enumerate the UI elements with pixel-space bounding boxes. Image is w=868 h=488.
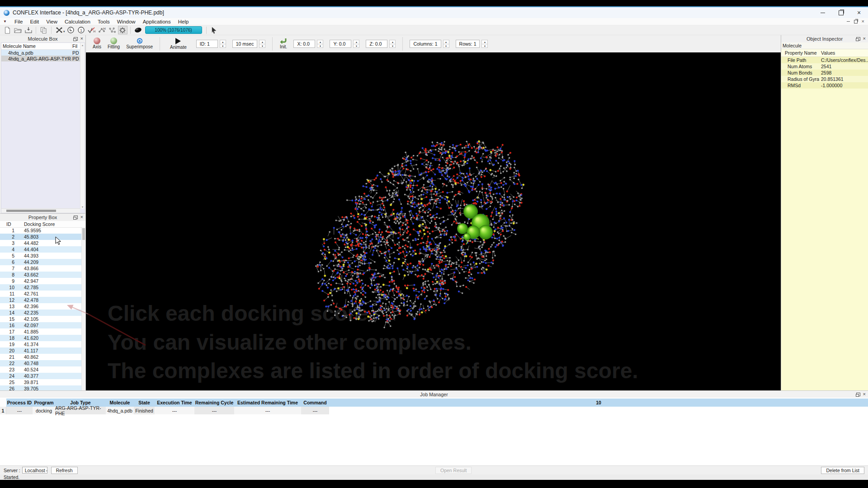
- docking-score-row[interactable]: 843.662: [0, 272, 81, 278]
- y-stepper[interactable]: Y: 0.0 ▴▾: [330, 40, 359, 48]
- docking-score-row[interactable]: 2440.377: [0, 373, 81, 379]
- copy-button[interactable]: [39, 26, 48, 34]
- interval-value[interactable]: 10 msec: [232, 40, 258, 48]
- docking-score-row[interactable]: 1642.097: [0, 322, 81, 328]
- z-value[interactable]: Z: 0.0: [366, 40, 387, 48]
- molecule-row[interactable]: 4hdq_a.pdbPD: [1, 50, 80, 56]
- add-hydrogens-button[interactable]: H: [97, 26, 107, 34]
- docking-score-row[interactable]: 1741.885: [0, 328, 81, 335]
- menu-edit[interactable]: Edit: [26, 19, 42, 24]
- docking-score-row[interactable]: 2041.117: [0, 347, 81, 354]
- open-result-button[interactable]: Open Result: [435, 467, 472, 474]
- docking-score-row[interactable]: 1941.374: [0, 341, 81, 347]
- mdi-close-button[interactable]: ×: [862, 19, 864, 24]
- molecule-box-titlebar[interactable]: Molecule Box ×: [0, 35, 85, 42]
- file-type-column-header[interactable]: Fil: [71, 43, 80, 49]
- docking-score-row[interactable]: 1042.785: [0, 284, 81, 291]
- float-panel-icon[interactable]: [74, 37, 78, 41]
- job-table-row[interactable]: 1---dockingARG-ARG-ASP-TYR-PHE4hdq_a.pdb…: [0, 407, 868, 414]
- eraser-button[interactable]: [133, 26, 143, 34]
- interval-stepper[interactable]: 10 msec ▴▾: [232, 40, 266, 48]
- docking-score-row[interactable]: 644.209: [0, 259, 81, 265]
- init-button[interactable]: Init.: [279, 38, 287, 50]
- property-box-header[interactable]: ID Docking Score: [0, 221, 85, 228]
- mdi-restore-button[interactable]: [854, 20, 858, 23]
- z-spin-arrows[interactable]: ▴▾: [389, 40, 396, 48]
- columns-stepper[interactable]: Columns: 1 ▴▾: [410, 40, 449, 48]
- menu-calculation[interactable]: Calculation: [61, 19, 94, 24]
- object-inspector-titlebar[interactable]: Object Inspector ×: [781, 35, 868, 42]
- check-structure-button[interactable]: H: [87, 26, 96, 34]
- docking-score-row[interactable]: 444.404: [0, 246, 81, 253]
- molecule-viewport[interactable]: Click each docking score.You can visuali…: [86, 52, 781, 390]
- molecule-name-column-header[interactable]: Molecule Name: [1, 43, 71, 49]
- refresh-button[interactable]: Refresh: [51, 467, 78, 474]
- docking-score-row[interactable]: 1442.235: [0, 310, 81, 316]
- molecule-list-header[interactable]: Molecule Name Fil: [1, 43, 80, 50]
- job-manager-titlebar[interactable]: Job Manager ×: [0, 391, 868, 398]
- close-panel-icon[interactable]: ×: [863, 36, 866, 41]
- mdi-minimize-button[interactable]: [847, 21, 850, 22]
- docking-score-row[interactable]: 145.9595: [0, 227, 81, 234]
- docking-score-row[interactable]: 2140.862: [0, 354, 81, 360]
- docking-score-row[interactable]: 743.866: [0, 265, 81, 272]
- id-stepper[interactable]: ID: 1 ▴▾: [196, 40, 226, 48]
- property-box-vscrollbar[interactable]: [81, 227, 85, 390]
- local-perturbation-button[interactable]: [66, 26, 75, 34]
- menu-applications[interactable]: Applications: [139, 19, 175, 24]
- scroll-down-icon[interactable]: ▾: [82, 205, 83, 208]
- progress-button[interactable]: 100% (1076/1076): [145, 26, 202, 34]
- columns-value[interactable]: Columns: 1: [410, 40, 441, 48]
- property-box-titlebar[interactable]: Property Box ×: [0, 214, 85, 221]
- menu-view[interactable]: View: [42, 19, 61, 24]
- minimize-button[interactable]: [814, 7, 832, 18]
- single-point-button[interactable]: 1: [76, 26, 86, 34]
- molecule-list-vscrollbar[interactable]: ▴ ▾: [80, 43, 85, 209]
- menu-help[interactable]: Help: [175, 19, 193, 24]
- y-value[interactable]: Y: 0.0: [330, 40, 351, 48]
- conformation-search-button[interactable]: [54, 26, 64, 34]
- scroll-up-icon[interactable]: ▴: [82, 43, 83, 47]
- float-panel-icon[interactable]: [856, 393, 860, 396]
- molecule-3d-render[interactable]: [86, 52, 781, 390]
- docking-score-row[interactable]: 1542.105: [0, 316, 81, 322]
- server-select[interactable]: Localhost ⌄: [22, 467, 47, 474]
- x-spin-arrows[interactable]: ▴▾: [317, 40, 323, 48]
- x-value[interactable]: X: 0.0: [293, 40, 315, 48]
- docking-score-row[interactable]: 2539.871: [0, 379, 81, 385]
- rows-spin-arrows[interactable]: ▴▾: [481, 40, 488, 48]
- menu-window[interactable]: Window: [113, 19, 139, 24]
- x-stepper[interactable]: X: 0.0 ▴▾: [293, 40, 323, 48]
- docking-score-row[interactable]: 2240.748: [0, 360, 81, 366]
- close-button[interactable]: ×: [850, 7, 868, 18]
- interval-spin-arrows[interactable]: ▴▾: [259, 40, 265, 48]
- z-stepper[interactable]: Z: 0.0 ▴▾: [366, 40, 396, 48]
- rows-value[interactable]: Rows: 1: [456, 40, 480, 48]
- y-spin-arrows[interactable]: ▴▾: [353, 40, 359, 48]
- vscroll-thumb[interactable]: [82, 228, 85, 240]
- float-panel-icon[interactable]: [856, 37, 860, 41]
- id-spin-arrows[interactable]: ▴▾: [220, 40, 226, 48]
- docking-score-row[interactable]: 1342.396: [0, 303, 81, 310]
- docking-score-row[interactable]: 245.803: [0, 234, 81, 240]
- save-button[interactable]: [24, 26, 33, 34]
- superimpose-button[interactable]: Superimpose: [126, 38, 153, 50]
- docking-score-row[interactable]: 1242.478: [0, 297, 81, 303]
- mdi-system-menu-icon[interactable]: ▼: [3, 19, 7, 23]
- docking-score-row[interactable]: 2340.524: [0, 366, 81, 373]
- close-panel-icon[interactable]: ×: [80, 215, 83, 220]
- pointer-tool-button[interactable]: [209, 26, 219, 34]
- animate-button[interactable]: Animate: [170, 38, 187, 51]
- new-file-button[interactable]: [3, 26, 12, 34]
- close-panel-icon[interactable]: ×: [863, 392, 866, 397]
- molecule-list-hscrollbar[interactable]: [1, 208, 80, 213]
- build-molecule-button[interactable]: [108, 26, 117, 34]
- columns-spin-arrows[interactable]: ▴▾: [443, 40, 449, 48]
- docking-score-row[interactable]: 1841.620: [0, 335, 81, 341]
- docking-score-column-header[interactable]: Docking Score: [18, 221, 85, 227]
- docking-score-row[interactable]: 544.393: [0, 253, 81, 259]
- id-column-header[interactable]: ID: [0, 221, 18, 227]
- docking-score-row[interactable]: 1142.761: [0, 291, 81, 297]
- optimize-button[interactable]: [118, 26, 127, 34]
- open-file-button[interactable]: [13, 26, 23, 34]
